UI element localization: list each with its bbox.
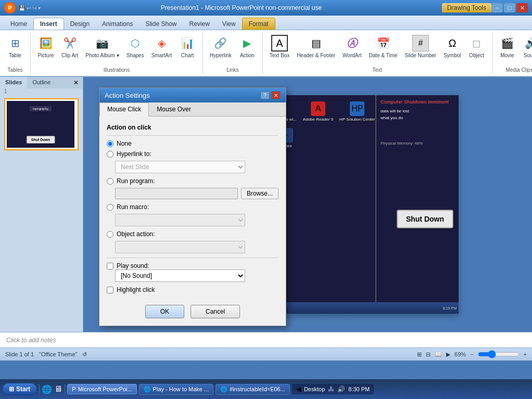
action-button[interactable]: ▶ Action (236, 33, 258, 60)
table-button[interactable]: ⊞ Table (4, 33, 26, 60)
reading-view-button[interactable]: 📖 (435, 351, 442, 358)
chart-button[interactable]: 📊 Chart (176, 33, 198, 60)
datetime-button[interactable]: 📅 Date & Time (366, 33, 400, 60)
clipart-button[interactable]: ✂️ Clip Art (59, 33, 81, 60)
radio-hyperlink[interactable] (107, 151, 113, 158)
textbox-button[interactable]: A Text Box (267, 33, 292, 60)
dialog-help-button[interactable]: ? (260, 91, 270, 99)
illustrations-items: 🖼️ Picture ✂️ Clip Art 📷 Photo Album ▾ ⬡… (35, 33, 198, 66)
slidenumber-button[interactable]: # Slide Number (402, 33, 439, 60)
tab-animations[interactable]: Animations (96, 18, 139, 30)
media-clips-group-label: Media Clips (505, 67, 532, 73)
radio-none[interactable] (107, 140, 113, 147)
radio-macro-row: Run macro: (107, 203, 278, 211)
tab-home[interactable]: Home (4, 18, 33, 30)
macro-select[interactable] (115, 214, 245, 226)
tray-expand-icon[interactable]: ◀ (296, 385, 301, 393)
tab-view[interactable]: View (216, 18, 242, 30)
tab-format[interactable]: Format (242, 18, 275, 30)
zoom-plus-icon[interactable]: + (524, 351, 527, 357)
shapes-button[interactable]: ⬡ Shapes (124, 33, 147, 60)
hyperlink-select[interactable]: Next Slide (115, 161, 245, 173)
status-icon[interactable]: ↺ (82, 351, 87, 358)
ribbon: ⊞ Table Tables 🖼️ Picture ✂️ Clip Art 📷 … (0, 30, 532, 77)
clock[interactable]: 8:30 PM (348, 386, 370, 392)
slides-tab[interactable]: Slides (0, 77, 27, 88)
taskbar-item-instructable[interactable]: 🌐 #instructableId=E06... (216, 384, 290, 395)
ribbon-group-illustrations: 🖼️ Picture ✂️ Clip Art 📷 Photo Album ▾ ⬡… (31, 32, 203, 74)
volume-tray-icon[interactable]: 🔊 (337, 385, 345, 393)
sound-icon: 🔊 (523, 35, 532, 52)
zoom-slider[interactable] (478, 350, 520, 358)
photoalbum-button[interactable]: 📷 Photo Album ▾ (83, 33, 121, 60)
dialog-title: Action Settings (105, 92, 150, 99)
tab-review[interactable]: Review (183, 18, 216, 30)
tab-slideshow[interactable]: Slide Show (139, 18, 183, 30)
dialog-tab-mouseover[interactable]: Mouse Over (149, 102, 198, 116)
maximize-button[interactable]: □ (504, 3, 515, 12)
picture-icon: 🖼️ (37, 35, 54, 52)
object-button[interactable]: ◻ Object (466, 33, 488, 60)
desktop-icon-adobe[interactable]: A Adobe Reader 9 (301, 99, 335, 124)
highlight-click-checkbox[interactable] (107, 287, 113, 293)
smartart-button[interactable]: ◈ SmartArt (149, 33, 174, 60)
slide-thumbnail[interactable]: Shut Down topography (4, 98, 79, 150)
run-program-input[interactable] (115, 188, 238, 199)
dialog-tab-mouseclick[interactable]: Mouse Click (99, 102, 149, 117)
sound-label: Sound (524, 53, 532, 58)
ie-quicklaunch-icon[interactable]: 🌐 (42, 384, 52, 394)
network-tray-icon[interactable]: 🖧 (328, 385, 334, 393)
radio-run-macro[interactable] (107, 204, 113, 211)
symbol-button[interactable]: Ω Symbol (441, 33, 463, 60)
taskbar-item-powerpoint[interactable]: P Microsoft PowerPoi... (67, 384, 136, 394)
ribbon-group-links: 🔗 Hyperlink ▶ Action Links (203, 32, 263, 74)
radio-object-action[interactable] (107, 231, 113, 238)
tab-insert[interactable]: Insert (33, 18, 64, 30)
slideshow-view-button[interactable]: ▶ (446, 351, 450, 358)
radio-run-program[interactable] (107, 178, 113, 185)
undo-icon[interactable]: ↩ (27, 5, 31, 11)
taskbar-item-play[interactable]: 🌐 Play - How to Make ... (139, 384, 214, 395)
divider2 (107, 258, 278, 258)
browse-button[interactable]: Browse... (241, 188, 278, 199)
zoom-minus-icon[interactable]: − (470, 351, 473, 357)
quick-access-toolbar[interactable]: 💾 ↩ ↪ ▾ (19, 5, 41, 11)
show-desktop-icon[interactable]: 🖥 (54, 384, 62, 394)
zoom-level: 69% (454, 351, 466, 357)
headerfooter-label: Header & Footer (297, 53, 335, 58)
play-sound-select[interactable]: [No Sound] (115, 269, 245, 282)
shutdown-button[interactable]: Shut Down (397, 210, 453, 228)
smartart-icon: ◈ (153, 35, 170, 52)
minimize-button[interactable]: − (491, 3, 503, 12)
play-sound-checkbox[interactable] (107, 263, 113, 269)
picture-button[interactable]: 🖼️ Picture (35, 33, 57, 60)
imminent-text2: what you do (381, 115, 454, 120)
tab-design[interactable]: Design (64, 18, 96, 30)
radio-hyperlink-row: Hyperlink to: (107, 150, 278, 158)
panel-close-button[interactable]: ✕ (69, 77, 83, 88)
slide-sorter-button[interactable]: ⊟ (426, 351, 430, 358)
inner-time: 8:19 PM (443, 306, 457, 310)
symbol-label: Symbol (444, 53, 461, 58)
outline-tab[interactable]: Outline (27, 77, 56, 88)
object-action-select[interactable] (115, 241, 245, 253)
wordart-button[interactable]: Ⓐ WordArt (340, 33, 364, 60)
save-icon[interactable]: 💾 (19, 5, 25, 11)
movie-button[interactable]: 🎬 Movie (497, 33, 518, 60)
desktop-icon-hp-solution[interactable]: HP HP Solution Center (337, 99, 377, 124)
sound-button[interactable]: 🔊 Sound (521, 33, 532, 60)
normal-view-button[interactable]: ⊞ (417, 351, 422, 358)
headerfooter-button[interactable]: ▤ Header & Footer (294, 33, 338, 60)
ribbon-group-tables: ⊞ Table Tables (0, 32, 31, 74)
hyperlink-button[interactable]: 🔗 Hyperlink (207, 33, 234, 60)
start-button[interactable]: ⊞ Start (2, 383, 37, 395)
photoalbum-icon: 📷 (94, 35, 110, 52)
slide-panel: Slides Outline ✕ 1 Shut Down topography (0, 77, 83, 332)
cancel-button[interactable]: Cancel (191, 305, 240, 318)
close-button[interactable]: ✕ (516, 3, 528, 12)
redo-icon[interactable]: ↪ (32, 5, 36, 11)
play-sound-label: Play sound: (117, 262, 149, 269)
ok-button[interactable]: OK (145, 305, 184, 318)
notes-area[interactable]: Click to add notes (0, 332, 532, 347)
dialog-close-button[interactable]: ✕ (271, 91, 281, 99)
